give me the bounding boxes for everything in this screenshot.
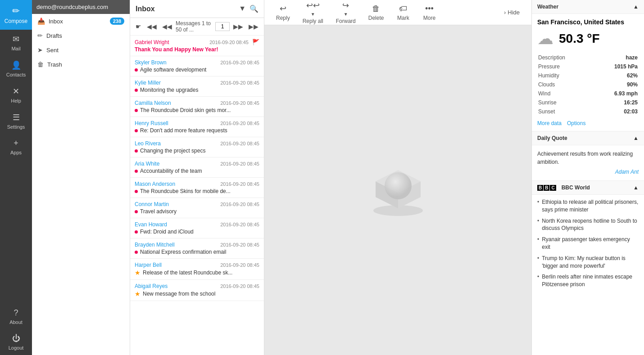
inbox-header: Inbox ▼ 🔍 xyxy=(130,0,264,18)
news-item[interactable]: •Ethiopia to release all political priso… xyxy=(537,198,639,214)
reply-all-dropdown[interactable]: ▼ xyxy=(311,12,315,17)
email-item[interactable]: Evan Howard 2016-09-20 08:45 Fwd: Droid … xyxy=(130,218,264,238)
email-subject: Monitoring the upgrades xyxy=(140,87,198,93)
more-data-link[interactable]: More data xyxy=(537,120,562,126)
last-page-button[interactable]: ▶▶ xyxy=(247,22,260,31)
folder-sent[interactable]: ➤ Sent xyxy=(32,43,130,57)
cursor-button[interactable]: ☛ xyxy=(134,22,143,31)
sidebar-item-mail[interactable]: ✉ Mail xyxy=(0,30,32,56)
news-item[interactable]: •North Korea reopens hotline to South to… xyxy=(537,217,639,233)
options-link[interactable]: Options xyxy=(567,120,585,126)
bbc-collapse-icon[interactable]: ▲ xyxy=(633,184,639,191)
email-item[interactable]: Abigail Reyes 2016-09-20 08:45 ★ New mes… xyxy=(130,280,264,301)
prev-page-button[interactable]: ◀◀ xyxy=(160,22,174,31)
forward-dropdown[interactable]: ▼ xyxy=(344,12,348,17)
reply-button[interactable]: ↩ Reply xyxy=(272,1,295,24)
folder-trash[interactable]: 🗑 Trash xyxy=(32,57,130,72)
email-sender: Harper Bell xyxy=(135,262,218,268)
more-label: More xyxy=(423,15,435,21)
unread-dot xyxy=(135,109,138,112)
email-date: 2016-09-20 08:45 xyxy=(220,202,259,207)
weather-label-clouds: Clouds xyxy=(538,81,591,89)
email-item[interactable]: Brayden Mitchell 2016-09-20 08:45 Nation… xyxy=(130,238,264,259)
sidebar-item-about[interactable]: ? About xyxy=(0,304,32,329)
weather-table: Description haze Pressure 1015 hPa Humid… xyxy=(537,53,639,117)
mail-icon: ✉ xyxy=(13,34,19,44)
email-item[interactable]: Gabriel Wright 2016-09-20 08:45 🚩 Thank … xyxy=(130,36,264,56)
mark-button[interactable]: 🏷 Mark xyxy=(392,1,414,24)
email-item[interactable]: Harper Bell 2016-09-20 08:45 ★ Release o… xyxy=(130,259,264,280)
next-page-button[interactable]: ▶▶ xyxy=(231,22,245,31)
weather-label-pressure: Pressure xyxy=(538,63,591,71)
reply-label: Reply xyxy=(276,15,290,21)
weather-label-sunrise: Sunrise xyxy=(538,99,591,107)
delete-button[interactable]: 🗑 Delete xyxy=(364,1,389,24)
daily-quote-collapse-icon[interactable]: ▲ xyxy=(633,135,639,141)
compose-button[interactable]: ✏ Compose xyxy=(0,0,32,30)
folder-sent-label: Sent xyxy=(46,47,124,54)
unread-dot xyxy=(135,89,138,92)
sidebar-item-settings[interactable]: ☰ Settings xyxy=(0,108,32,134)
folder-trash-label: Trash xyxy=(47,61,124,68)
weather-value-sunset: 02:03 xyxy=(592,108,638,116)
news-item[interactable]: •Berlin reels after nine inmates escape … xyxy=(537,273,639,288)
reply-icon: ↩ xyxy=(280,4,286,13)
unread-dot xyxy=(135,210,138,213)
email-list-panel: Inbox ▼ 🔍 ☛ ◀◀ ◀◀ Messages 1 to 50 of ..… xyxy=(130,0,264,355)
weather-row-humidity: Humidity 62% xyxy=(538,72,638,80)
weather-row-sunrise: Sunrise 16:25 xyxy=(538,99,638,107)
weather-title: Weather xyxy=(537,4,558,10)
compose-icon: ✏ xyxy=(12,5,20,16)
daily-quote-header: Daily Quote ▲ xyxy=(532,131,644,145)
quote-author: Adam Ant xyxy=(537,168,639,176)
email-subject: Thank You and Happy New Year! xyxy=(135,46,218,53)
filter-icon[interactable]: ▼ xyxy=(239,4,246,13)
bbc-news-list: •Ethiopia to release all political priso… xyxy=(532,195,644,296)
email-subject: National Express confirmation email xyxy=(140,249,226,255)
news-item[interactable]: •Ryanair passenger takes emergency exit xyxy=(537,236,639,251)
weather-widget-header: Weather ▲ xyxy=(532,0,644,14)
email-item[interactable]: Henry Russell 2016-09-20 08:45 Re: Don't… xyxy=(130,117,264,137)
email-sender: Gabriel Wright xyxy=(135,39,208,45)
header-icons: ▼ 🔍 xyxy=(239,4,259,13)
news-bullet: • xyxy=(537,236,539,243)
folder-panel: demo@roundcubeplus.com 📥 Inbox 238 ✏ Dra… xyxy=(32,0,130,355)
email-item[interactable]: Camilla Nelson 2016-09-20 08:45 The Roun… xyxy=(130,97,264,117)
forward-button[interactable]: ↪ ▼ Forward xyxy=(331,0,360,27)
search-icon[interactable]: 🔍 xyxy=(249,4,259,13)
reply-all-button[interactable]: ↩↩ ▼ Reply all xyxy=(298,0,328,27)
email-item[interactable]: Leo Rivera 2016-09-20 08:45 Changing the… xyxy=(130,137,264,157)
contacts-icon: 👤 xyxy=(11,60,21,70)
bbc-b1: B xyxy=(537,185,543,191)
bbc-header-content: B B C BBC World xyxy=(537,184,590,191)
main-area: ↩ Reply ↩↩ ▼ Reply all ↪ ▼ Forward 🗑 Del… xyxy=(264,0,531,355)
sidebar-item-apps[interactable]: + Apps xyxy=(0,134,32,160)
email-item[interactable]: Skyler Brown 2016-09-20 08:45 Agile soft… xyxy=(130,56,264,76)
email-date: 2016-09-20 08:45 xyxy=(220,60,259,65)
first-page-button[interactable]: ◀◀ xyxy=(145,22,159,31)
preview-panel xyxy=(264,25,531,355)
email-item[interactable]: Aria White 2016-09-20 08:45 Accountabili… xyxy=(130,157,264,178)
sidebar-item-help[interactable]: ✕ Help xyxy=(0,82,32,108)
weather-collapse-icon[interactable]: ▲ xyxy=(633,4,639,10)
account-bar: demo@roundcubeplus.com xyxy=(32,0,130,14)
news-item[interactable]: •Trump to Kim: My nuclear button is 'big… xyxy=(537,255,639,270)
email-item[interactable]: Mason Anderson 2016-09-20 08:45 The Roun… xyxy=(130,178,264,198)
compose-label: Compose xyxy=(5,18,27,24)
weather-location: San Francisco, United States xyxy=(537,18,639,26)
email-date: 2016-09-20 08:45 xyxy=(220,242,259,247)
folder-inbox[interactable]: 📥 Inbox 238 xyxy=(32,14,130,28)
unread-dot xyxy=(135,170,138,173)
right-panel: Weather ▲ San Francisco, United States ☁… xyxy=(531,0,644,355)
email-item[interactable]: Connor Martin 2016-09-20 08:45 Travel ad… xyxy=(130,198,264,218)
sidebar-item-contacts[interactable]: 👤 Contacts xyxy=(0,56,32,82)
email-subject: Travel advisory xyxy=(140,208,177,215)
hide-button[interactable]: › Hide xyxy=(499,6,524,18)
more-button[interactable]: ••• More xyxy=(418,1,440,24)
weather-label-description: Description xyxy=(538,54,591,62)
page-input[interactable] xyxy=(215,22,230,31)
folder-drafts[interactable]: ✏ Drafts xyxy=(32,28,130,43)
email-date: 2016-09-20 08:45 xyxy=(220,80,259,85)
sidebar-item-logout[interactable]: ⏻ Logout xyxy=(0,329,32,355)
email-item[interactable]: Kylie Miller 2016-09-20 08:45 Monitoring… xyxy=(130,76,264,97)
